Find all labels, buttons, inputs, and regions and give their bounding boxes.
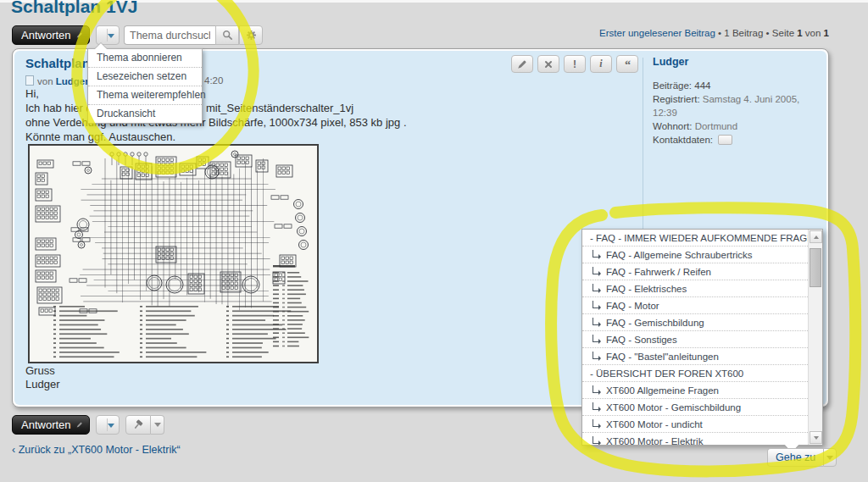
moderator-tools-button[interactable] xyxy=(125,415,151,435)
scrollbar[interactable] xyxy=(808,230,822,445)
jump-item-forum[interactable]: FAQ - Fahrwerk / Reifen xyxy=(582,263,808,280)
topic-menu-item[interactable]: Thema abonnieren xyxy=(88,49,202,68)
sub-forum-arrow-icon xyxy=(593,419,599,427)
author-link[interactable]: Ludger xyxy=(56,76,89,86)
gear-icon xyxy=(246,30,257,41)
contact-icon[interactable] xyxy=(718,135,732,145)
post-line-fragment: mit_Seitenständerschalter_1vj xyxy=(206,101,353,115)
jump-item-forum[interactable]: XT600 Motor - undicht xyxy=(582,416,808,433)
sub-forum-arrow-icon xyxy=(593,352,599,359)
pencil-icon xyxy=(76,30,82,40)
profile-username-link[interactable]: Ludger xyxy=(653,56,688,68)
sub-forum-arrow-icon xyxy=(593,284,599,291)
jump-item-category[interactable]: - ÜBERSICHT DER FOREN XT600 xyxy=(582,365,808,382)
exclamation-icon: ! xyxy=(573,58,576,70)
profile-field: Wohnort: Dortmund xyxy=(653,119,822,133)
report-post-button[interactable]: ! xyxy=(564,55,586,73)
sub-forum-arrow-icon xyxy=(593,267,599,274)
moderator-tools-arrow[interactable] xyxy=(151,415,164,435)
bullet: • xyxy=(766,28,770,38)
close-icon xyxy=(544,60,553,69)
profile-field: Registriert: Samstag 4. Juni 2005, 12:39 xyxy=(653,92,822,119)
moderator-tools-group xyxy=(125,415,164,435)
reply-button-top[interactable]: Antworten xyxy=(12,25,90,45)
post-doc-icon xyxy=(25,75,34,86)
bullet: • xyxy=(718,28,721,38)
chevron-down-icon xyxy=(154,423,161,427)
author-profile: Ludger Beiträge: 444Registriert: Samstag… xyxy=(653,56,822,147)
menu-caret xyxy=(95,43,107,49)
triangle-up-icon xyxy=(814,235,819,239)
page-word: Seite xyxy=(772,28,794,38)
jump-item-forum[interactable]: FAQ - "Bastel"anleitungen xyxy=(582,348,808,365)
triangle-down-icon xyxy=(814,436,819,440)
goto-button[interactable]: Gehe zu xyxy=(767,448,823,467)
jump-to-panel: - FAQ - IMMER WIEDER AUFKOMMENDE FRAGENF… xyxy=(581,229,823,446)
hammer-icon xyxy=(132,419,144,430)
topic-menu-item[interactable]: Thema weiterempfehlen xyxy=(88,86,202,105)
post-tools: ! i “ xyxy=(511,55,638,73)
sub-forum-arrow-icon xyxy=(593,335,599,342)
reply-button-label: Antworten xyxy=(21,29,71,42)
sub-forum-arrow-icon xyxy=(593,402,599,410)
quote-icon: “ xyxy=(624,60,631,69)
chevron-down-icon xyxy=(108,424,114,428)
post-timestamp-fragment: 4:20 xyxy=(204,75,223,86)
page-total: 1 xyxy=(824,28,829,38)
jump-item-category[interactable]: - FAQ - IMMER WIEDER AUFKOMMENDE FRAGEN xyxy=(582,230,808,247)
jump-item-forum[interactable]: FAQ - Motor xyxy=(582,297,808,314)
page-title[interactable]: Schaltplan 1VJ xyxy=(11,0,137,17)
topic-menu-item[interactable]: Lesezeichen setzen xyxy=(88,68,202,86)
jump-item-forum[interactable]: XT600 Allgemeine Fragen xyxy=(582,382,808,399)
scroll-up-button[interactable] xyxy=(810,230,822,243)
topic-menu-dropdown: Thema abonnierenLesezeichen setzenThema … xyxy=(87,48,203,124)
pencil-icon xyxy=(76,420,82,429)
of-word: von xyxy=(805,28,821,38)
profile-field: Beiträge: 444 xyxy=(653,79,822,92)
jump-item-forum[interactable]: FAQ - Allgemeine Schraubertricks xyxy=(582,247,808,263)
post-info-button[interactable]: i xyxy=(590,55,612,73)
pagination: Erster ungelesener Beitrag • 1 Beitrag •… xyxy=(599,28,829,38)
info-icon: i xyxy=(599,58,602,70)
forum-topic-page: Schaltplan 1VJ Antworten Erster ungelese… xyxy=(0,0,868,482)
goto-group: Gehe zu xyxy=(767,448,837,467)
reply-button-label: Antworten xyxy=(21,418,71,431)
sub-forum-arrow-icon xyxy=(593,250,599,258)
post-line: ohne Verdehung und mit etwas mehr Bildsc… xyxy=(25,115,407,130)
delete-post-button[interactable] xyxy=(537,55,559,73)
quote-post-button[interactable]: “ xyxy=(616,55,638,73)
jump-item-forum[interactable]: XT600 Motor - Gemischbildung xyxy=(582,399,808,416)
profile-fields: Beiträge: 444Registriert: Samstag 4. Jun… xyxy=(653,79,822,147)
post-subject-link[interactable]: Schaltplan xyxy=(25,56,90,70)
jump-item-forum[interactable]: FAQ - Sonstiges xyxy=(582,331,808,348)
profile-field: Kontaktdaten: xyxy=(653,133,822,147)
goto-dropdown-arrow[interactable] xyxy=(823,448,837,467)
jump-item-forum[interactable]: FAQ - Elektrisches xyxy=(582,280,808,297)
forum-jump-list: - FAQ - IMMER WIEDER AUFKOMMENDE FRAGENF… xyxy=(582,230,808,445)
scroll-down-button[interactable] xyxy=(810,431,822,444)
jump-item-forum[interactable]: FAQ - Gemischbildung xyxy=(582,314,808,331)
pencil-icon xyxy=(517,59,527,69)
search-icon xyxy=(222,30,233,41)
post-line: Könnte man ggf. Austauschen. xyxy=(25,130,407,144)
back-to-forum-link[interactable]: ‹ Zurück zu „XT600 Motor - Elektrik“ xyxy=(12,444,181,456)
jump-item-forum[interactable]: XT600 Motor - Elektrik xyxy=(582,433,808,446)
post-signature: Gruss Ludger xyxy=(25,364,59,391)
post-text: Hi, Ich hab hier de mit_Seitenständersch… xyxy=(25,86,407,144)
page-number: 1 xyxy=(797,28,802,38)
search-button[interactable] xyxy=(215,25,239,45)
chevron-down-icon xyxy=(826,456,833,460)
post-count: 1 Beitrag xyxy=(724,28,763,38)
topic-tools-dropdown-button-bottom[interactable] xyxy=(96,415,120,435)
sub-forum-arrow-icon xyxy=(593,318,599,325)
first-unread-link[interactable]: Erster ungelesener Beitrag xyxy=(599,28,715,38)
sub-forum-arrow-icon xyxy=(593,301,599,308)
chevron-down-icon xyxy=(108,34,114,38)
topic-menu-item[interactable]: Druckansicht xyxy=(88,105,202,123)
search-topic-input[interactable] xyxy=(124,25,215,45)
edit-post-button[interactable] xyxy=(511,55,533,73)
search-options-button[interactable] xyxy=(239,25,263,45)
scrollbar-thumb[interactable] xyxy=(810,248,821,287)
reply-button-bottom[interactable]: Antworten xyxy=(12,415,90,435)
wiring-diagram-image[interactable] xyxy=(28,144,319,363)
